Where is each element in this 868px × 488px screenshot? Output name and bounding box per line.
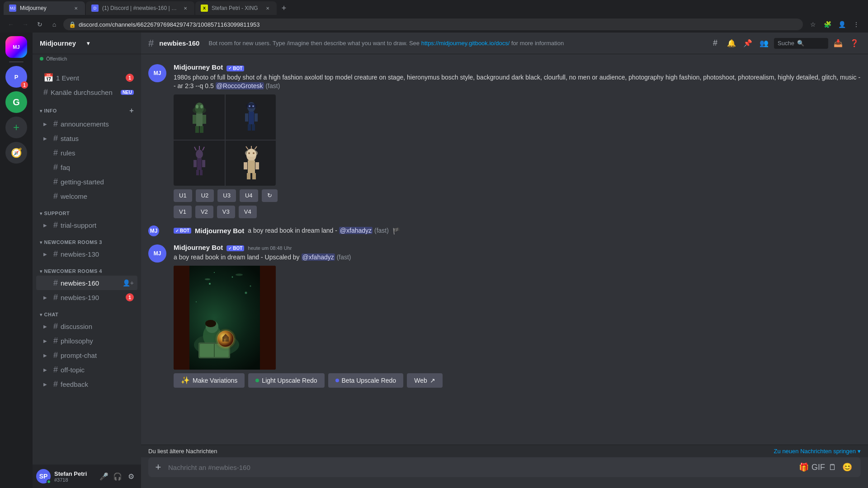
gif-icon[interactable]: GIF (812, 461, 825, 474)
messages-area[interactable]: MJ Midjourney Bot ✓ BOT 1980s photo of f… (141, 54, 868, 445)
extensions-icon[interactable]: 🧩 (821, 18, 834, 31)
sidebar-item-discussion[interactable]: ▶ # discussion (36, 319, 137, 333)
server-separator-1 (9, 61, 24, 62)
bookmark-icon[interactable]: ☆ (807, 18, 819, 31)
sidebar-item-off-topic[interactable]: ▶ # off-topic (36, 362, 137, 377)
v1-button[interactable]: V1 (174, 206, 192, 218)
server-name-header[interactable]: Midjourney ▾ (33, 33, 141, 54)
add-server-button[interactable]: + (5, 117, 27, 138)
mention-rocco[interactable]: @RoccoGrotesk (216, 82, 264, 89)
sticker-icon[interactable]: 🗒 (826, 461, 839, 474)
server-icon-1[interactable]: P 1 (5, 66, 27, 88)
web-button[interactable]: Web ↗ (407, 373, 443, 388)
light-upscale-redo-button[interactable]: Light Upscale Redo (248, 373, 324, 388)
svg-rect-25 (196, 170, 199, 175)
sidebar-item-newbies-190[interactable]: ▶ # newbies-190 1 (36, 290, 137, 305)
tab-midjourney[interactable]: MJ Midjourney ✕ (4, 1, 85, 15)
channel-docs-link[interactable]: https://midjourney.gitbook.io/docs/ (421, 40, 510, 47)
tab-xing[interactable]: X Stefan Petri - XING ✕ (195, 1, 277, 15)
message-add-button[interactable]: + (150, 459, 166, 475)
bot-author-name-2a[interactable]: Midjourney Bot (195, 227, 244, 235)
bell-icon[interactable]: 🔔 (725, 37, 738, 50)
new-tab-button[interactable]: + (278, 2, 290, 14)
sidebar-item-announcements[interactable]: ▶ # announcements (36, 117, 137, 131)
profile-icon[interactable]: 👤 (835, 18, 848, 31)
sidebar-item-status[interactable]: ▶ # status (36, 131, 137, 145)
bot-author-name-2[interactable]: Midjourney Bot (174, 244, 223, 251)
add-channel-icon[interactable]: + (129, 107, 134, 115)
u1-button[interactable]: U1 (174, 189, 192, 202)
section-header-chat[interactable]: ▾ CHAT (33, 312, 141, 317)
sidebar-item-newbies-130[interactable]: ▶ # newbies-130 (36, 247, 137, 261)
u2-button[interactable]: U2 (196, 189, 214, 202)
sidebar-item-getting-started[interactable]: ▶ # getting-started (36, 174, 137, 189)
hash-tag-icon[interactable]: # (709, 37, 722, 50)
axolotl-image-4[interactable] (226, 141, 276, 186)
sidebar-item-rules[interactable]: ▶ # rules (36, 145, 137, 160)
channel-search[interactable]: Suche 🔍 (774, 38, 828, 49)
beta-upscale-redo-button[interactable]: Beta Upscale Redo (328, 373, 404, 388)
mute-button[interactable]: 🎤 (98, 470, 110, 483)
bot-avatar-1[interactable]: MJ (148, 64, 166, 82)
deafen-button[interactable]: 🎧 (111, 470, 124, 483)
u3-button[interactable]: U3 (217, 189, 236, 202)
forward-button[interactable]: → (20, 19, 31, 30)
message-input[interactable] (168, 459, 794, 476)
mention-xfahadyz[interactable]: @xfahadyz (302, 253, 335, 261)
sidebar-item-welcome[interactable]: ▶ # welcome (36, 189, 137, 203)
jump-to-new-messages-button[interactable]: Zu neuen Nachrichten springen ▾ (774, 448, 861, 455)
make-variations-button[interactable]: ✨ Make Variations (174, 373, 245, 388)
mention-xfahadyz-inline[interactable]: @xfahadyz (339, 227, 373, 234)
members-icon[interactable]: 👥 (758, 37, 770, 50)
tab-close-discord[interactable]: ✕ (182, 5, 189, 12)
section-header-newcomer-3[interactable]: ▾ NEWCOMER ROOMS 3 (33, 239, 141, 245)
sidebar-item-prompt-chat[interactable]: ▶ # prompt-chat (36, 348, 137, 362)
reload-button[interactable]: ↻ (34, 19, 45, 30)
sidebar-item-events[interactable]: 📅 1 Event 1 (36, 70, 137, 85)
v4-button[interactable]: V4 (239, 206, 257, 218)
axolotl-image-3[interactable] (174, 141, 225, 186)
sidebar-item-newbies-160[interactable]: ▶ # newbies-160 👤+ (36, 276, 137, 290)
refresh-button[interactable]: ↻ (262, 189, 278, 202)
inbox-icon[interactable]: 📥 (832, 37, 844, 50)
sidebar-item-philosophy[interactable]: ▶ # philosophy (36, 333, 137, 348)
trial-support-label: trial-support (61, 221, 134, 229)
menu-icon[interactable]: ⋮ (850, 18, 863, 31)
address-bar[interactable]: 🔒 discord.com/channels/66226797698429747… (63, 19, 803, 30)
v3-button[interactable]: V3 (217, 206, 235, 218)
home-button[interactable]: ⌂ (49, 19, 60, 30)
u4-button[interactable]: U4 (240, 189, 258, 202)
events-section: 📅 1 Event 1 # Kanäle durchsuchen NEU (33, 70, 141, 99)
dream-image-container[interactable] (174, 266, 276, 370)
axolotl-image-2[interactable] (226, 94, 276, 140)
help-icon[interactable]: ❓ (848, 37, 861, 50)
main-content: # newbies-160 Bot room for new users. Ty… (141, 33, 868, 488)
pin-icon[interactable]: 📌 (741, 37, 754, 50)
bot-author-name-1[interactable]: Midjourney Bot (174, 63, 223, 71)
section-header-info[interactable]: ▾ INFO + (33, 107, 141, 115)
hash-icon-trial-support: # (53, 221, 58, 230)
v2-button[interactable]: V2 (195, 206, 213, 218)
sidebar-item-channel-search[interactable]: # Kanäle durchsuchen NEU (36, 85, 137, 99)
axolotl-image-1[interactable] (174, 94, 225, 140)
tab-close-xing[interactable]: ✕ (264, 5, 271, 12)
settings-button[interactable]: ⚙ (125, 470, 137, 483)
back-button[interactable]: ← (5, 19, 16, 30)
sidebar-item-feedback[interactable]: ▶ # feedback (36, 377, 137, 391)
sidebar-item-faq[interactable]: ▶ # faq (36, 160, 137, 174)
emoji-icon[interactable]: 😊 (841, 461, 854, 474)
bot-avatar-2[interactable]: MJ (148, 244, 166, 263)
gift-icon[interactable]: 🎁 (797, 461, 810, 474)
bot-avatar-2a[interactable]: MJ (148, 225, 159, 236)
server-icon-midjourney[interactable]: MJ (5, 36, 27, 58)
tab-close-midjourney[interactable]: ✕ (72, 5, 80, 12)
section-header-support[interactable]: ▾ SUPPORT (33, 211, 141, 216)
svg-rect-13 (255, 113, 258, 122)
user-avatar[interactable]: SP (36, 469, 51, 483)
section-header-newcomer-4[interactable]: ▾ NEWCOMER ROOMS 4 (33, 268, 141, 274)
online-dot (40, 57, 43, 61)
server-icon-2[interactable]: G (5, 91, 27, 113)
tab-discord[interactable]: D (1) Discord | #newbies-160 | Mid... ✕ (86, 1, 194, 15)
sidebar-item-trial-support[interactable]: ▶ # trial-support (36, 218, 137, 232)
explore-servers-button[interactable]: 🧭 (5, 142, 27, 164)
